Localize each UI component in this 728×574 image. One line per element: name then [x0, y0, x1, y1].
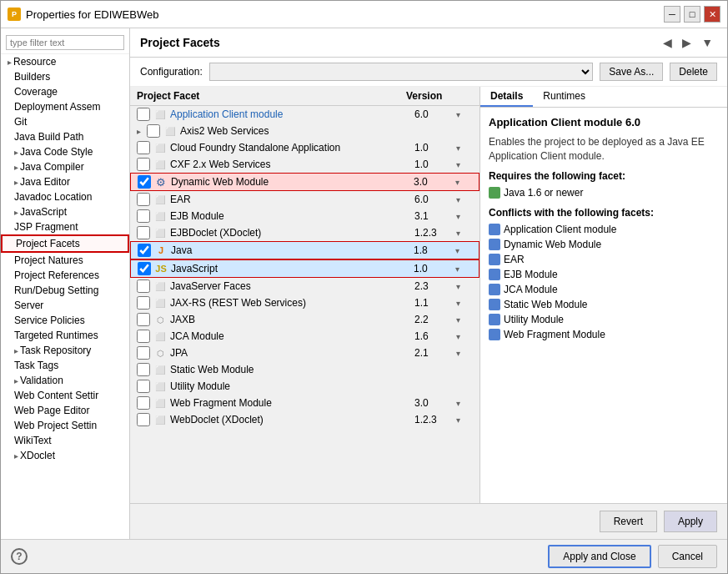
facet-check-dynamic-web[interactable] [138, 175, 151, 189]
delete-button[interactable]: Delete [670, 63, 717, 81]
sidebar-item-validation[interactable]: ▸ Validation [1, 373, 129, 388]
facet-row-ejbdoclet[interactable]: ⬜ EJBDoclet (XDoclet) 1.2.3 ▾ [130, 224, 479, 241]
sidebar-item-service-policies[interactable]: Service Policies [1, 313, 129, 328]
sidebar-item-wikitext[interactable]: WikiText [1, 433, 129, 448]
sidebar-item-coverage[interactable]: Coverage [1, 84, 129, 99]
facet-check-jaxb[interactable] [137, 313, 150, 326]
sidebar-item-run-debug[interactable]: Run/Debug Setting [1, 283, 129, 298]
cancel-button[interactable]: Cancel [658, 545, 717, 568]
facet-dropdown-jax-rs[interactable]: ▾ [456, 299, 473, 308]
facet-dropdown-java[interactable]: ▾ [455, 246, 472, 255]
sidebar-item-builders[interactable]: Builders [1, 69, 129, 84]
apply-button[interactable]: Apply [664, 511, 717, 532]
facet-row-jsf[interactable]: ⬜ JavaServer Faces 2.3 ▾ [130, 278, 479, 295]
facet-check-utility[interactable] [137, 380, 150, 393]
filter-input[interactable] [6, 35, 124, 50]
facet-check-ejbdoclet[interactable] [137, 226, 150, 239]
facet-check-app-client[interactable] [137, 108, 150, 121]
tab-details[interactable]: Details [480, 87, 533, 107]
sidebar-item-java-compiler[interactable]: ▸ Java Compiler [1, 159, 129, 174]
facet-check-cloud-foundry[interactable] [137, 141, 150, 154]
facet-check-ear[interactable] [137, 193, 150, 206]
facet-row-static-web[interactable]: ⬜ Static Web Module [130, 361, 479, 378]
facet-dropdown-app-client[interactable]: ▾ [456, 110, 473, 119]
facet-dropdown-jaxb[interactable]: ▾ [456, 315, 473, 325]
facet-row-jpa[interactable]: ⬡ JPA 2.1 ▾ [130, 345, 479, 361]
facet-check-webdoclet[interactable] [137, 413, 150, 426]
sidebar-item-web-page-editor[interactable]: Web Page Editor [1, 403, 129, 418]
facet-row-java[interactable]: J Java 1.8 ▾ [130, 241, 479, 259]
close-button[interactable]: ✕ [704, 6, 720, 23]
facet-row-app-client[interactable]: ⬜ Application Client module 6.0 ▾ [130, 106, 479, 123]
facet-dropdown-webdoclet[interactable]: ▾ [456, 415, 473, 425]
axis2-expand-arrow[interactable]: ▸ [137, 127, 147, 136]
facet-row-web-fragment[interactable]: ⬜ Web Fragment Module 3.0 ▾ [130, 395, 479, 411]
java-icon: J [154, 244, 168, 257]
sidebar-item-resource[interactable]: ▸ Resource [1, 54, 129, 69]
facet-check-web-fragment[interactable] [137, 396, 150, 410]
sidebar-item-task-repository[interactable]: ▸ Task Repository [1, 343, 129, 358]
forward-button[interactable]: ▶ [678, 33, 695, 52]
sidebar-item-javascript[interactable]: ▸ JavaScript [1, 204, 129, 219]
sidebar-item-java-build-path[interactable]: Java Build Path [1, 129, 129, 144]
sidebar-item-web-content-settings[interactable]: Web Content Settir [1, 388, 129, 403]
sidebar-item-targeted-runtimes[interactable]: Targeted Runtimes [1, 328, 129, 343]
facet-row-ejb[interactable]: ⬜ EJB Module 3.1 ▾ [130, 208, 479, 224]
facet-check-jax-rs[interactable] [137, 296, 150, 310]
facet-row-jca[interactable]: ⬜ JCA Module 1.6 ▾ [130, 328, 479, 345]
facet-check-ejb[interactable] [137, 209, 150, 223]
sidebar-item-java-editor[interactable]: ▸ Java Editor [1, 174, 129, 189]
nav-menu-button[interactable]: ▼ [697, 33, 717, 52]
sidebar-item-java-code-style[interactable]: ▸ Java Code Style [1, 144, 129, 159]
facet-dropdown-jpa[interactable]: ▾ [456, 349, 473, 358]
facet-check-static-web[interactable] [137, 363, 150, 376]
facet-row-axis2[interactable]: ▸ ⬜ Axis2 Web Services [130, 123, 479, 139]
facet-dropdown-ejb[interactable]: ▾ [456, 212, 473, 221]
facet-row-javascript-facet[interactable]: JS JavaScript 1.0 ▾ [130, 259, 479, 278]
facet-row-webdoclet[interactable]: ⬜ WebDoclet (XDoclet) 1.2.3 ▾ [130, 411, 479, 428]
facet-row-jaxb[interactable]: ⬡ JAXB 2.2 ▾ [130, 311, 479, 328]
sidebar-item-xdoclet[interactable]: ▸ XDoclet [1, 448, 129, 463]
sidebar-item-project-natures[interactable]: Project Natures [1, 253, 129, 268]
sidebar-item-web-project-settings[interactable]: Web Project Settin [1, 418, 129, 433]
facet-dropdown-ear[interactable]: ▾ [456, 195, 473, 204]
sidebar-item-task-tags[interactable]: Task Tags [1, 358, 129, 373]
facet-check-jpa[interactable] [137, 346, 150, 360]
facet-check-jca[interactable] [137, 330, 150, 343]
facet-row-cxf[interactable]: ⬜ CXF 2.x Web Services 1.0 ▾ [130, 156, 479, 173]
facet-check-axis2[interactable] [147, 124, 160, 138]
facet-row-jax-rs[interactable]: ⬜ JAX-RS (REST Web Services) 1.1 ▾ [130, 295, 479, 311]
facet-dropdown-dynamic-web[interactable]: ▾ [455, 178, 472, 187]
facet-row-dynamic-web[interactable]: ⚙ Dynamic Web Module 3.0 ▾ [130, 173, 479, 191]
save-as-button[interactable]: Save As... [600, 63, 663, 81]
facet-dropdown-cxf[interactable]: ▾ [456, 160, 473, 169]
back-button[interactable]: ◀ [659, 33, 676, 52]
revert-button[interactable]: Revert [600, 511, 657, 532]
help-button[interactable]: ? [11, 548, 28, 565]
config-select[interactable] [209, 63, 594, 81]
minimize-button[interactable]: ─ [664, 6, 680, 23]
sidebar-item-javadoc[interactable]: Javadoc Location [1, 189, 129, 204]
maximize-button[interactable]: □ [684, 6, 700, 23]
facet-row-utility[interactable]: ⬜ Utility Module [130, 378, 479, 395]
facet-dropdown-ejbdoclet[interactable]: ▾ [456, 229, 473, 238]
facet-check-java[interactable] [138, 244, 151, 257]
sidebar-item-server[interactable]: Server [1, 298, 129, 313]
facet-dropdown-cloud-foundry[interactable]: ▾ [456, 144, 473, 153]
facet-check-jsf[interactable] [137, 279, 150, 293]
facet-dropdown-web-fragment[interactable]: ▾ [456, 399, 473, 408]
facet-dropdown-javascript-facet[interactable]: ▾ [455, 264, 472, 274]
sidebar-item-project-facets[interactable]: Project Facets [1, 234, 129, 253]
tab-runtimes[interactable]: Runtimes [533, 87, 595, 107]
facet-check-javascript-facet[interactable] [138, 262, 151, 275]
facet-row-cloud-foundry[interactable]: ⬜ Cloud Foundry Standalone Application 1… [130, 139, 479, 156]
facet-row-ear[interactable]: ⬜ EAR 6.0 ▾ [130, 191, 479, 208]
sidebar-item-deployment[interactable]: Deployment Assem [1, 99, 129, 114]
facet-dropdown-jca[interactable]: ▾ [456, 332, 473, 341]
facet-dropdown-jsf[interactable]: ▾ [456, 282, 473, 291]
facet-check-cxf[interactable] [137, 158, 150, 171]
sidebar-item-jsp-fragment[interactable]: JSP Fragment [1, 219, 129, 234]
apply-close-button[interactable]: Apply and Close [548, 545, 650, 568]
sidebar-item-project-references[interactable]: Project References [1, 268, 129, 283]
sidebar-item-git[interactable]: Git [1, 114, 129, 129]
